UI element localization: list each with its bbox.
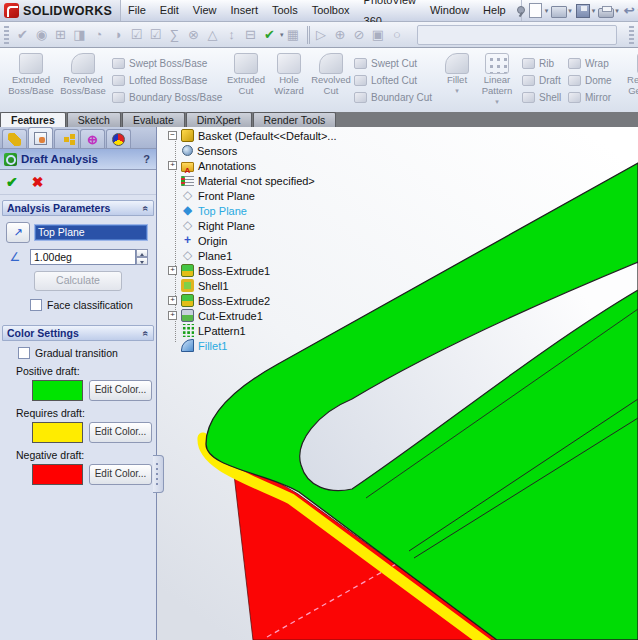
tab-render-tools[interactable]: Render Tools	[253, 112, 337, 127]
section-properties-icon[interactable]: ◔	[89, 26, 108, 44]
dome-button[interactable]: Dome	[566, 72, 618, 89]
hole-wizard-button[interactable]: Hole Wizard	[268, 51, 310, 97]
expand-icon[interactable]	[168, 266, 177, 275]
boundary-boss-base-button[interactable]: Boundary Boss/Base	[110, 89, 222, 106]
collapse-chevron-icon[interactable]: «	[141, 330, 152, 336]
tree-item-boss-extrude2[interactable]: Boss-Extrude2	[168, 293, 428, 308]
save-button[interactable]: ▾	[575, 3, 596, 19]
tree-item-right-plane[interactable]: Right Plane	[168, 218, 428, 233]
draft-analysis-tool-icon[interactable]: △	[203, 26, 222, 44]
cancel-button[interactable]: ✖	[32, 174, 44, 190]
tab-configurationmanager[interactable]	[54, 129, 79, 148]
toolbar-grip[interactable]	[629, 26, 634, 44]
revolved-boss-base-button[interactable]: Revolved Boss/Base	[56, 51, 110, 97]
swept-cut-button[interactable]: Swept Cut	[352, 55, 438, 72]
deviation-analysis-icon[interactable]: ⊗	[184, 26, 203, 44]
chevron-down-icon[interactable]: ▾	[495, 98, 499, 106]
tolanalyst-icon[interactable]: ⊘	[350, 26, 369, 44]
direction-reference-button[interactable]: ↗	[6, 222, 30, 243]
color-settings-header[interactable]: Color Settings «	[2, 325, 154, 341]
extruded-boss-base-button[interactable]: Extruded Boss/Base	[6, 51, 56, 97]
mass-properties-icon[interactable]: ◨	[70, 26, 89, 44]
new-document-button[interactable]: ▾	[527, 3, 549, 18]
check-entity-icon[interactable]: ☑	[127, 26, 146, 44]
undo-button[interactable]: ↩ ▾	[622, 4, 638, 18]
open-button[interactable]: ▾	[551, 3, 572, 18]
tab-features[interactable]: Features	[0, 112, 66, 127]
fillet-button[interactable]: Fillet ▾	[440, 51, 474, 95]
gradual-transition-checkbox[interactable]	[18, 347, 30, 359]
calculate-button[interactable]: Calculate	[34, 271, 122, 291]
measure-icon[interactable]: ⊞	[51, 26, 70, 44]
collapse-chevron-icon[interactable]: «	[141, 205, 152, 211]
expand-icon[interactable]	[168, 311, 177, 320]
panel-splitter-handle[interactable]	[153, 455, 164, 493]
design-checker-icon[interactable]: ◉	[32, 26, 51, 44]
equations-icon[interactable]: ∑	[165, 26, 184, 44]
tree-item-lpattern1[interactable]: LPattern1	[168, 323, 428, 338]
chevron-down-icon[interactable]: ▾	[592, 7, 596, 15]
tree-item-origin[interactable]: Origin	[168, 233, 428, 248]
spinner-down-button[interactable]	[136, 257, 148, 265]
menu-file[interactable]: File	[121, 0, 153, 21]
chevron-down-icon[interactable]: ▾	[545, 7, 549, 15]
analysis-parameters-header[interactable]: Analysis Parameters «	[2, 200, 154, 216]
edit-color-requires-button[interactable]: Edit Color...	[89, 422, 152, 443]
tree-item-shell1[interactable]: Shell1	[168, 278, 428, 293]
chevron-down-icon[interactable]: ▾	[615, 7, 619, 15]
menu-edit[interactable]: Edit	[153, 0, 186, 21]
toolbar-grip[interactable]	[4, 26, 9, 44]
shell-button[interactable]: Shell	[520, 89, 566, 106]
tree-item-plane1[interactable]: Plane1	[168, 248, 428, 263]
symmetry-check-icon[interactable]: ↕	[222, 26, 241, 44]
extruded-cut-button[interactable]: Extruded Cut	[224, 51, 268, 97]
direction-of-pull-field[interactable]: Top Plane	[34, 224, 148, 241]
tree-item-top-plane[interactable]: Top Plane	[168, 203, 428, 218]
reference-geometry-button[interactable]: Reference Geometry ▾	[620, 51, 638, 106]
help-icon[interactable]: ?	[143, 153, 152, 165]
print-button[interactable]: ▾	[598, 4, 619, 18]
lofted-cut-button[interactable]: Lofted Cut	[352, 72, 438, 89]
boundary-cut-button[interactable]: Boundary Cut	[352, 89, 438, 106]
draft-angle-input[interactable]: 1.00deg	[30, 249, 136, 265]
tab-propertymanager[interactable]	[28, 127, 53, 148]
tree-item-boss-extrude1[interactable]: Boss-Extrude1	[168, 263, 428, 278]
ok-button[interactable]: ✔	[6, 174, 18, 190]
analysis-toggle-icon[interactable]: ✔	[260, 26, 279, 44]
expand-icon[interactable]	[168, 161, 177, 170]
tree-item-annotations[interactable]: Annotations	[168, 158, 428, 173]
spell-checker-icon[interactable]: ✔	[13, 26, 32, 44]
lofted-boss-base-button[interactable]: Lofted Boss/Base	[110, 72, 222, 89]
tab-dimxpert[interactable]: DimXpert	[186, 112, 252, 127]
edit-color-positive-button[interactable]: Edit Color...	[89, 380, 152, 401]
wrap-button[interactable]: Wrap	[566, 55, 618, 72]
sensor-icon[interactable]: ◑	[108, 26, 127, 44]
circular-check-icon[interactable]: ○	[388, 26, 407, 44]
tab-evaluate[interactable]: Evaluate	[122, 112, 185, 127]
tab-sketch[interactable]: Sketch	[67, 112, 121, 127]
rib-button[interactable]: Rib	[520, 55, 566, 72]
compare-documents-icon[interactable]: ⊟	[241, 26, 260, 44]
edit-color-negative-button[interactable]: Edit Color...	[89, 464, 152, 485]
menu-view[interactable]: View	[186, 0, 224, 21]
swept-boss-base-button[interactable]: Swept Boss/Base	[110, 55, 222, 72]
costing-table-icon[interactable]: ▦	[284, 26, 303, 44]
tree-item-fillet1[interactable]: Fillet1	[168, 338, 428, 353]
tree-item-front-plane[interactable]: Front Plane	[168, 188, 428, 203]
menu-tools[interactable]: Tools	[265, 0, 305, 21]
compare-icon[interactable]: ▣	[369, 26, 388, 44]
viewport-3d[interactable]: Basket (Default<<Default>... Sensors Ann…	[157, 127, 638, 640]
tree-item-basket[interactable]: Basket (Default<<Default>...	[168, 128, 428, 143]
collapse-icon[interactable]	[168, 131, 177, 140]
tree-item-material[interactable]: Material <not specified>	[168, 173, 428, 188]
revolved-cut-button[interactable]: Revolved Cut	[310, 51, 352, 97]
menu-insert[interactable]: Insert	[223, 0, 265, 21]
chevron-down-icon[interactable]: ▾	[455, 87, 459, 95]
menu-window[interactable]: Window	[423, 0, 476, 21]
draft-button[interactable]: Draft	[520, 72, 566, 89]
spinner-up-button[interactable]	[136, 249, 148, 257]
face-classification-checkbox[interactable]	[30, 299, 42, 311]
chevron-down-icon[interactable]: ▾	[568, 7, 572, 15]
menu-toolbox[interactable]: Toolbox	[305, 0, 357, 21]
tab-displaymanager[interactable]	[106, 129, 131, 148]
